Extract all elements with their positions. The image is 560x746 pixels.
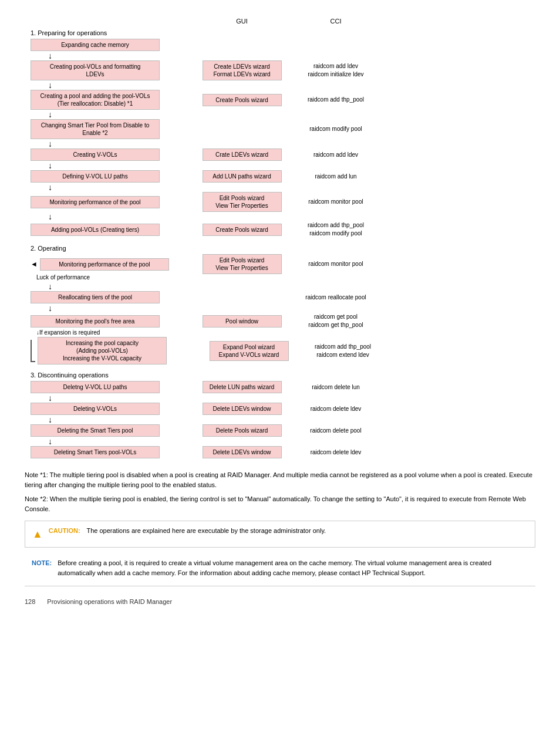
- gui-creating-vvols: Crate LDEVs wizard: [203, 148, 282, 161]
- step-adding-pool-vols: Adding pool-VOLs (Creating tiers): [31, 224, 160, 236]
- step-creating-vvols: Creating V-VOLs: [31, 148, 160, 161]
- caution-icon: ▲: [32, 526, 43, 542]
- note-2-text: Note *2: When the multiple tiering pool …: [25, 494, 535, 514]
- bracket-container: [31, 337, 35, 364]
- row-creating-pool-vols: Creating pool-VOLs and formattingLDEVs C…: [31, 60, 535, 80]
- cci-creating-vvols: raidcom add ldev: [313, 151, 358, 159]
- cci-defining-vvol: raidcom add lun: [315, 173, 356, 181]
- step-monitoring-free: Monitoring the pool's free area: [31, 315, 160, 328]
- arrow-12: ↓: [48, 437, 52, 445]
- cci-monitoring-perf-2: raidcom monitor pool: [308, 260, 363, 268]
- row-arrow-1: ↓: [31, 51, 535, 60]
- arrow-2: ↓: [48, 81, 52, 89]
- gui-monitoring-perf-2: Edit Pools wizardView Tier Properties: [203, 254, 282, 274]
- section-1-label: 1. Preparing for operations: [31, 29, 535, 36]
- gui-adding-pool-vols: Create Pools wizard: [203, 224, 282, 236]
- step-creating-pool-vols: Creating pool-VOLs and formattingLDEVs: [31, 60, 160, 80]
- diagram-header: GUI CCI: [31, 18, 535, 25]
- arrow-4: ↓: [48, 140, 52, 148]
- row-monitoring-free: Monitoring the pool's free area Pool win…: [31, 313, 535, 329]
- cci-deleting-pool: raidcom delete pool: [310, 427, 361, 435]
- row-deleting-vvols: Deleting V-VOLs Delete LDEVs window raid…: [31, 403, 535, 415]
- cci-creating-pool: raidcom add thp_pool: [308, 96, 364, 104]
- arrow-7: ↓: [48, 212, 52, 221]
- step-monitoring-perf-2: Monitoring performance of the pool: [40, 258, 169, 271]
- row-arrow-5: ↓: [31, 161, 535, 170]
- col-steps-header: [31, 18, 195, 25]
- footer-text: Provisioning operations with RAID Manage…: [47, 598, 172, 605]
- step-expanding-cache: Expanding cache memory: [31, 39, 160, 51]
- row-arrow-7: ↓: [31, 212, 535, 221]
- section-2-label: 2. Operating: [31, 245, 535, 252]
- step-increasing-capacity: Increasing the pool capacity(Adding pool…: [38, 337, 167, 364]
- gui-deleting-pool-vols: Delete LDEVs window: [203, 446, 282, 458]
- cci-changing-smart-tier: raidcom modify pool: [309, 125, 362, 133]
- cci-deleting-vvols: raidcom delete ldev: [311, 405, 362, 413]
- row-arrow-6: ↓: [31, 183, 535, 192]
- row-expanding-cache: Expanding cache memory: [31, 39, 535, 51]
- col-gui-header: GUI: [195, 18, 289, 25]
- step-defining-vvol: Defining V-VOL LU paths: [31, 170, 160, 183]
- row-increasing-capacity: Increasing the pool capacity(Adding pool…: [38, 337, 535, 364]
- row-arrow-8: ↓: [31, 282, 535, 291]
- row-arrow-3: ↓: [31, 110, 535, 119]
- arrow-6: ↓: [48, 183, 52, 191]
- row-arrow-4: ↓: [31, 139, 535, 148]
- note-box: NOTE: Before creating a pool, it is requ…: [25, 555, 535, 586]
- step-deleting-vvol: Deletng V-VOL LU paths: [31, 381, 160, 393]
- note-label: NOTE:: [32, 558, 52, 568]
- row-arrow-12: ↓: [31, 437, 535, 446]
- step-changing-smart-tier: Changing Smart Tier Pool from Disable to…: [31, 119, 160, 139]
- gui-deleting-vvol: Delete LUN paths wizard: [203, 381, 282, 393]
- cci-deleting-pool-vols: raidcom delete ldev: [311, 448, 362, 457]
- gui-monitoring-free: Pool window: [203, 315, 282, 328]
- row-arrow-9: ↓: [31, 303, 535, 313]
- step-reallocating: Reallocating tiers of the pool: [31, 291, 160, 303]
- step-monitoring-perf: Monitoring performance of the pool: [31, 196, 160, 208]
- gui-monitoring-perf: Edit Pools wizardView Tier Properties: [203, 192, 282, 212]
- expansion-note: ↓If expansion is required: [36, 329, 535, 336]
- caution-label: CAUTION:: [49, 527, 80, 534]
- row-arrow-11: ↓: [31, 415, 535, 424]
- cci-increasing-capacity: raidcom add thp_poolraidcom extend ldev: [315, 343, 371, 359]
- gui-deleting-vvols: Delete LDEVs window: [203, 403, 282, 415]
- step-deleting-pool-vols: Deleting Smart Tiers pool-VOLs: [31, 446, 160, 458]
- step-creating-pool: Creating a pool and adding the pool-VOLs…: [31, 90, 160, 110]
- flow-diagram: GUI CCI 1. Preparing for operations Expa…: [31, 18, 535, 458]
- row-adding-pool-vols: Adding pool-VOLs (Creating tiers) Create…: [31, 221, 535, 238]
- bracket-icon: [31, 340, 35, 362]
- arrow-5: ↓: [48, 161, 52, 170]
- step-deleting-vvols: Deleting V-VOLs: [31, 403, 160, 415]
- cci-monitoring-perf: raidcom monitor pool: [308, 198, 363, 206]
- row-creating-vvols: Creating V-VOLs Crate LDEVs wizard raidc…: [31, 148, 535, 161]
- arrow-11: ↓: [48, 416, 52, 424]
- section-3-label: 3. Discontinuing operations: [31, 372, 535, 379]
- row-creating-pool: Creating a pool and adding the pool-VOLs…: [31, 90, 535, 110]
- gui-defining-vvol: Add LUN paths wizard: [203, 170, 282, 183]
- caution-box: ▲ CAUTION: The operations are explained …: [25, 521, 535, 548]
- page-number: 128: [25, 598, 35, 605]
- row-reallocating: Reallocating tiers of the pool raidcom r…: [31, 291, 535, 303]
- arrow-1: ↓: [48, 52, 52, 60]
- cci-monitoring-free: raidcom get poolraidcom get thp_pool: [308, 313, 363, 329]
- cci-creating-pool-vols: raidcom add ldevraidcom initialize ldev: [308, 62, 363, 79]
- arrow-10: ↓: [48, 394, 52, 402]
- row-monitoring-perf-2: ◄ Monitoring performance of the pool Edi…: [31, 254, 535, 274]
- luck-label: Luck of performance: [36, 274, 535, 281]
- note-1-text: Note *1: The multiple tiering pool is di…: [25, 470, 535, 490]
- row-increasing-capacity-wrapper: Increasing the pool capacity(Adding pool…: [31, 337, 535, 364]
- arrow-9: ↓: [48, 304, 52, 312]
- cci-deleting-vvol: raidcom delete lun: [312, 383, 360, 391]
- left-arrow-icon: ◄: [31, 260, 38, 268]
- notes-section: Note *1: The multiple tiering pool is di…: [25, 470, 535, 586]
- row-deleting-vvol: Deletng V-VOL LU paths Delete LUN paths …: [31, 381, 535, 393]
- page-content: GUI CCI 1. Preparing for operations Expa…: [25, 18, 535, 605]
- cci-adding-pool-vols: raidcom add thp_poolraidcom modify pool: [308, 221, 364, 238]
- caution-text: The operations are explained here are ex…: [86, 527, 326, 534]
- page-footer: 128 Provisioning operations with RAID Ma…: [25, 598, 535, 605]
- gui-creating-pool-vols: Create LDEVs wizardFormat LDEVs wizard: [203, 60, 282, 80]
- row-deleting-pool-vols: Deleting Smart Tiers pool-VOLs Delete LD…: [31, 446, 535, 458]
- caution-content: CAUTION: The operations are explained he…: [49, 526, 326, 536]
- col-cci-header: CCI: [289, 18, 383, 25]
- row-arrow-10: ↓: [31, 393, 535, 403]
